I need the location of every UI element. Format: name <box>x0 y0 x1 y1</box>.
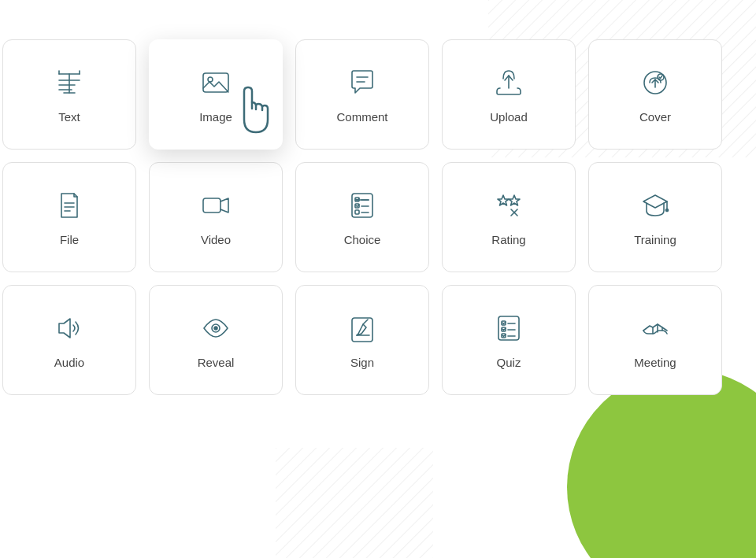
card-training[interactable]: Training <box>588 162 722 272</box>
card-quiz[interactable]: Quiz <box>442 285 576 395</box>
card-choice[interactable]: Choice <box>295 162 429 272</box>
meeting-icon <box>639 312 672 348</box>
card-training-label: Training <box>634 233 676 246</box>
sign-icon <box>346 312 379 348</box>
card-comment[interactable]: Comment <box>295 39 429 150</box>
card-grid: Text Image Comment <box>24 39 701 395</box>
upload-icon <box>492 66 525 102</box>
card-grid-container: Text Image Comment <box>16 31 709 403</box>
card-audio[interactable]: Audio <box>2 285 136 395</box>
card-rating-label: Rating <box>491 233 525 246</box>
quiz-icon <box>492 312 525 348</box>
svg-rect-3 <box>276 448 433 558</box>
card-upload-label: Upload <box>490 110 528 124</box>
card-upload[interactable]: Upload <box>442 39 576 150</box>
card-comment-label: Comment <box>336 110 387 124</box>
choice-icon <box>346 189 379 225</box>
audio-icon <box>53 312 86 348</box>
training-icon <box>639 189 672 225</box>
card-meeting[interactable]: Meeting <box>588 285 722 395</box>
card-cover[interactable]: Cover <box>588 39 722 150</box>
svg-line-46 <box>363 320 368 324</box>
card-meeting-label: Meeting <box>634 356 676 369</box>
card-file-label: File <box>60 233 79 246</box>
svg-rect-33 <box>355 210 359 214</box>
card-image[interactable]: Image <box>149 39 283 150</box>
card-text-label: Text <box>58 110 80 124</box>
rating-icon <box>492 189 525 225</box>
svg-rect-15 <box>203 73 228 92</box>
file-icon <box>53 189 86 225</box>
svg-point-44 <box>214 327 217 330</box>
card-reveal-label: Reveal <box>198 356 235 369</box>
text-icon <box>53 66 86 102</box>
svg-marker-36 <box>509 195 520 205</box>
svg-marker-42 <box>59 319 70 338</box>
card-video-label: Video <box>201 233 231 246</box>
svg-point-16 <box>208 77 213 82</box>
card-sign[interactable]: Sign <box>295 285 429 395</box>
deco-bottom-center <box>276 448 433 558</box>
video-icon <box>199 189 232 225</box>
card-rating[interactable]: Rating <box>442 162 576 272</box>
card-choice-label: Choice <box>344 233 381 246</box>
cover-icon <box>639 66 672 102</box>
card-sign-label: Sign <box>350 356 374 369</box>
svg-rect-25 <box>203 198 220 212</box>
reveal-icon <box>199 312 232 348</box>
card-quiz-label: Quiz <box>497 356 521 369</box>
card-cover-label: Cover <box>639 110 671 124</box>
card-reveal[interactable]: Reveal <box>149 285 283 395</box>
svg-rect-45 <box>352 318 372 342</box>
card-audio-label: Audio <box>54 356 84 369</box>
svg-point-41 <box>666 209 669 211</box>
svg-marker-35 <box>498 195 509 205</box>
image-icon <box>199 66 232 102</box>
card-video[interactable]: Video <box>149 162 283 272</box>
comment-icon <box>346 66 379 102</box>
card-file[interactable]: File <box>2 162 136 272</box>
card-text[interactable]: Text <box>2 39 136 150</box>
card-image-label: Image <box>199 110 232 124</box>
